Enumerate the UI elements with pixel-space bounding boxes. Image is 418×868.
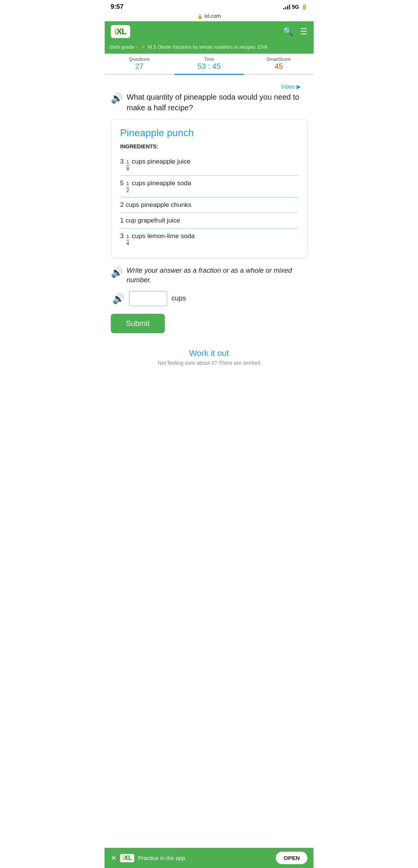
ingredient-whole: 3 xyxy=(120,158,124,165)
questions-value: 27 xyxy=(106,62,173,71)
answer-instruction: Write your answer as a fraction or as a … xyxy=(127,266,308,285)
ixl-logo[interactable]: iXL xyxy=(111,25,130,38)
fraction-display: 1 2 xyxy=(126,181,129,193)
time-stat: Time 53 : 45 xyxy=(174,54,244,75)
url-bar: 🔒 ixl.com xyxy=(105,12,314,21)
questions-label: Questions xyxy=(106,57,173,62)
list-item: 3 1 4 cups lemon-lime soda xyxy=(120,229,298,250)
ingredient-whole: 5 xyxy=(120,180,124,187)
questions-stat: Questions 27 xyxy=(105,54,174,75)
video-link[interactable]: Video ▶ xyxy=(111,79,308,92)
signal-icon xyxy=(283,4,290,10)
status-time: 9:57 xyxy=(111,3,124,11)
smartscore-stat: SmartScore 45 xyxy=(244,54,314,75)
recipe-title: Pineapple punch xyxy=(120,127,298,139)
lesson-title: M.5 Divide fractions by whole numbers in… xyxy=(148,44,256,50)
time-value: 53 : 45 xyxy=(176,62,243,71)
smartscore-value: 45 xyxy=(246,62,312,71)
stats-bar: Questions 27 Time 53 : 45 SmartScore 45 xyxy=(105,54,314,75)
question-speaker-icon[interactable]: 🔊 xyxy=(111,92,123,104)
fraction-display: 1 4 xyxy=(126,234,129,246)
list-item: 3 1 8 cups pineapple juice xyxy=(120,154,298,176)
battery-icon: 🔋 xyxy=(301,4,308,10)
lock-icon: 🔒 xyxy=(197,14,203,19)
list-item: 2 cups pineapple chunks xyxy=(120,197,298,213)
smartscore-label: SmartScore xyxy=(246,57,312,62)
time-label: Time xyxy=(176,57,243,62)
work-it-out-section: Work it out Not feeling sure about it? T… xyxy=(111,348,308,374)
breadcrumb-chevron: › xyxy=(136,44,138,50)
ingredient-text: cups lemon-lime soda xyxy=(132,232,195,240)
header-icons: 🔍 ☰ xyxy=(283,27,308,37)
instruction-speaker-icon[interactable]: 🔊 xyxy=(111,267,123,278)
cups-label: cups xyxy=(172,294,186,302)
submit-button[interactable]: Submit xyxy=(111,314,165,333)
network-type: 5G xyxy=(292,4,299,10)
input-row: 🔊 cups xyxy=(111,291,308,306)
breadcrumb: Sixth grade › ★ M.5 Divide fractions by … xyxy=(105,42,314,54)
list-item: 1 cup grapefruit juice xyxy=(120,213,298,229)
ingredient-whole: 1 cup grapefruit juice xyxy=(120,217,180,224)
menu-icon[interactable]: ☰ xyxy=(300,27,308,37)
ingredient-text: cups pineapple juice xyxy=(132,158,190,165)
question-row: 🔊 What quantity of pineapple soda would … xyxy=(111,92,308,113)
status-icons: 5G 🔋 xyxy=(283,4,308,10)
fraction-display: 1 8 xyxy=(126,159,129,172)
ingredient-whole: 2 cups pineapple chunks xyxy=(120,201,191,209)
breadcrumb-star: ★ xyxy=(140,43,146,51)
ingredient-whole: 3 xyxy=(120,232,124,240)
question-text: What quantity of pineapple soda would yo… xyxy=(127,92,308,113)
grade-link[interactable]: Sixth grade xyxy=(109,44,134,50)
answer-input[interactable] xyxy=(129,291,167,306)
list-item: 5 1 2 cups pineapple soda xyxy=(120,176,298,197)
ingredients-label: INGREDIENTS: xyxy=(120,143,298,149)
answer-instruction-row: 🔊 Write your answer as a fraction or as … xyxy=(111,266,308,285)
work-it-out-sub: Not feeling sure about it? There are wor… xyxy=(111,360,308,366)
main-content: Video ▶ 🔊 What quantity of pineapple sod… xyxy=(105,75,314,378)
status-bar: 9:57 5G 🔋 xyxy=(105,0,314,12)
ingredient-text: cups pineapple soda xyxy=(132,180,191,187)
recipe-card: Pineapple punch INGREDIENTS: 3 1 8 cups … xyxy=(111,119,308,258)
url-text: ixl.com xyxy=(204,13,221,19)
work-it-out-link[interactable]: Work it out xyxy=(111,348,308,358)
input-speaker-icon[interactable]: 🔊 xyxy=(112,293,124,305)
lesson-code: ENK xyxy=(258,44,268,50)
header: iXL 🔍 ☰ xyxy=(105,21,314,42)
search-icon[interactable]: 🔍 xyxy=(283,27,293,37)
